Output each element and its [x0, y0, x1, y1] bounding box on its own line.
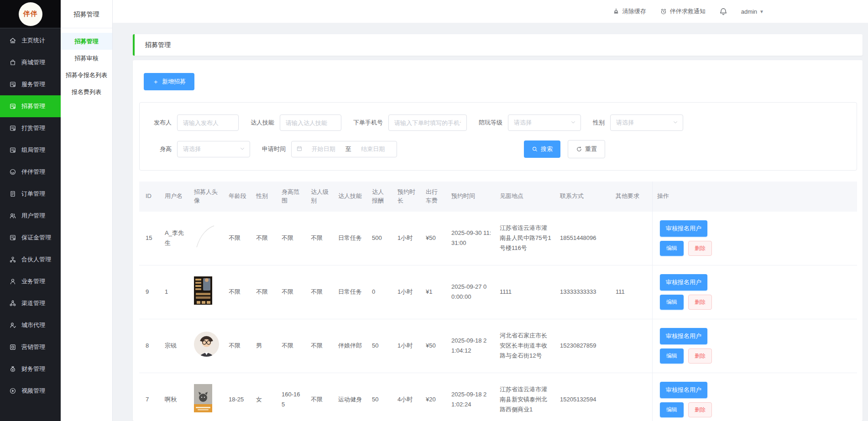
column-header: 预约时长: [393, 182, 421, 212]
review-signup-users-button[interactable]: 审核报名用户: [660, 220, 707, 237]
cell-duration: 4小时: [393, 390, 421, 409]
cell-username: A_李先生: [160, 223, 189, 253]
gender-select[interactable]: 请选择: [610, 114, 683, 131]
video-icon: [9, 387, 16, 395]
cell-username: 啊秋: [160, 390, 189, 409]
review-signup-users-button[interactable]: 审核报名用户: [660, 274, 707, 291]
cell-height: 160-165: [277, 385, 306, 414]
submenu-item-1[interactable]: 招募审核: [61, 50, 112, 67]
sidebar-item-14[interactable]: 营销管理: [0, 336, 61, 358]
edit-button[interactable]: 编辑: [660, 241, 684, 256]
column-header: 其他要求: [611, 182, 652, 212]
edit-button[interactable]: 编辑: [660, 348, 684, 364]
reset-button[interactable]: 重置: [568, 140, 605, 158]
submenu-item-0[interactable]: 招募管理: [61, 33, 112, 50]
sidebar-item-label: 服务管理: [21, 80, 45, 88]
review-signup-users-button[interactable]: 审核报名用户: [660, 328, 707, 344]
clear-cache-icon: [612, 8, 620, 15]
start-date-placeholder: 开始日期: [304, 145, 343, 153]
cell-skill: 伴娘伴郎: [334, 336, 367, 355]
height-select[interactable]: 请选择: [177, 141, 250, 157]
topbar: 清除缓存 伴伴求救通知 admin ▼: [113, 0, 868, 23]
list-icon: [9, 234, 16, 241]
skill-input[interactable]: [280, 114, 341, 131]
submenu-list: 招募管理招募审核招募令报名列表报名费列表: [61, 28, 112, 100]
clear-cache-label: 清除缓存: [622, 7, 646, 16]
cell-fee: ¥1: [421, 282, 447, 301]
review-signup-users-button[interactable]: 审核报名用户: [660, 382, 707, 398]
submenu-item-3[interactable]: 报名费列表: [61, 83, 112, 100]
level-label: 陪玩等级: [479, 119, 502, 127]
delete-button[interactable]: 删除: [688, 295, 712, 310]
order-phone-input[interactable]: [388, 114, 467, 131]
cell-id: 7: [139, 390, 160, 409]
sidebar-item-label: 视频管理: [21, 387, 45, 395]
sidebar-item-13[interactable]: 城市代理: [0, 314, 61, 336]
sos-notice-label: 伴伴求救通知: [670, 7, 706, 16]
cell-pay: 50: [367, 390, 393, 409]
home-icon: [9, 37, 16, 44]
sidebar-item-3[interactable]: 招募管理: [0, 95, 61, 117]
sidebar-item-8[interactable]: 用户管理: [0, 205, 61, 227]
add-recruit-button[interactable]: ＋ 新增招募: [144, 73, 194, 90]
sidebar: 伴伴 主页统计商城管理服务管理招募管理打赏管理组局管理伴伴管理订单管理用户管理保…: [0, 0, 61, 421]
cell-contact: 15230827859: [555, 336, 611, 355]
filter-panel: 发布人 达人技能 下单手机号 陪玩等级 请选择 性别 请选择: [139, 102, 857, 171]
sidebar-item-label: 伴伴管理: [21, 168, 45, 176]
search-button[interactable]: 搜索: [524, 140, 560, 158]
cell-level: 不限: [306, 282, 334, 301]
submenu-item-2[interactable]: 招募令报名列表: [61, 67, 112, 83]
cell-skill: 日常任务: [334, 282, 367, 301]
sidebar-item-9[interactable]: 保证金管理: [0, 227, 61, 249]
chevron-down-icon: [240, 146, 245, 153]
chevron-down-icon: [570, 120, 576, 126]
sidebar-item-10[interactable]: 合伙人管理: [0, 249, 61, 270]
avatar: [194, 276, 212, 305]
cell-time: 2025-09-30 11:31:00: [447, 223, 495, 253]
column-header: 身高范围: [277, 182, 306, 212]
row-actions: 审核报名用户编辑删除: [652, 319, 857, 373]
cell-duration: 1小时: [393, 229, 421, 248]
doc-icon: [9, 190, 16, 198]
sos-notice-button[interactable]: 伴伴求救通知: [660, 7, 706, 16]
cell-fee: ¥50: [421, 229, 447, 248]
column-header: ID: [139, 182, 160, 212]
bell-icon[interactable]: [719, 7, 727, 16]
column-header: 用户名: [160, 182, 189, 212]
apply-time-range-picker[interactable]: 开始日期 至 结束日期: [291, 141, 397, 157]
delete-button[interactable]: 删除: [688, 348, 712, 364]
edit-button[interactable]: 编辑: [660, 295, 684, 310]
sidebar-item-1[interactable]: 商城管理: [0, 52, 61, 73]
channel-icon: [9, 300, 16, 307]
user-dropdown[interactable]: admin ▼: [741, 8, 764, 15]
sidebar-item-7[interactable]: 订单管理: [0, 183, 61, 205]
sidebar-item-16[interactable]: 视频管理: [0, 380, 61, 402]
column-header: 年龄段: [224, 182, 251, 212]
sidebar-item-12[interactable]: 渠道管理: [0, 292, 61, 314]
publisher-input[interactable]: [177, 114, 239, 131]
cell-skill: 运动健身: [334, 390, 367, 409]
column-header: 招募人头像: [189, 182, 224, 212]
sidebar-item-6[interactable]: 伴伴管理: [0, 161, 61, 183]
sidebar-item-4[interactable]: 打赏管理: [0, 117, 61, 139]
list-icon: [9, 103, 16, 110]
cell-address: 江苏省连云港市灌南县人民中路75号1号楼116号: [495, 218, 555, 258]
cell-time: 2025-09-18 21:04:12: [447, 331, 495, 360]
delete-button[interactable]: 删除: [688, 241, 712, 256]
calendar-icon: [296, 146, 303, 153]
delete-button[interactable]: 删除: [688, 402, 712, 417]
cell-id: 9: [139, 282, 160, 301]
edit-button[interactable]: 编辑: [660, 402, 684, 417]
sidebar-item-15[interactable]: 财务管理: [0, 358, 61, 380]
page-title: 招募管理: [145, 41, 171, 49]
cell-level: 不限: [306, 229, 334, 248]
gender-label: 性别: [593, 119, 605, 127]
sidebar-item-5[interactable]: 组局管理: [0, 139, 61, 161]
level-select[interactable]: 请选择: [508, 114, 581, 131]
clear-cache-button[interactable]: 清除缓存: [612, 7, 646, 16]
column-header: 达人报酬: [367, 182, 393, 212]
sidebar-item-2[interactable]: 服务管理: [0, 73, 61, 95]
cell-time: 2025-09-18 21:02:24: [447, 385, 495, 414]
sidebar-item-11[interactable]: 业务管理: [0, 270, 61, 292]
sidebar-item-0[interactable]: 主页统计: [0, 30, 61, 52]
